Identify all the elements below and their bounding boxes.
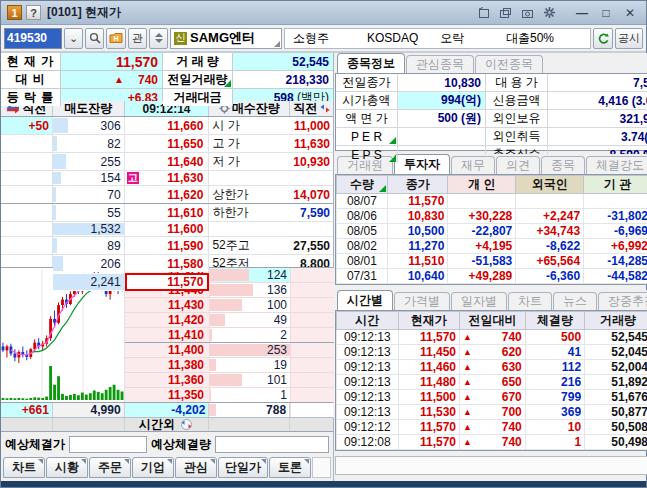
- time-header-1[interactable]: 현재가: [398, 312, 460, 330]
- ask-price-cell[interactable]: 11,660: [125, 117, 210, 134]
- refresh-icon[interactable]: [593, 28, 613, 49]
- time-row[interactable]: 09:12:1311,570▲74050052,545: [337, 330, 647, 345]
- ask-price-cell[interactable]: 11,590: [125, 237, 210, 254]
- time-row[interactable]: 09:12:1311,480▲65021651,892: [337, 375, 647, 390]
- folder-h-icon[interactable]: H: [106, 28, 126, 49]
- time-header-4[interactable]: 거래량: [585, 312, 647, 330]
- bid-row[interactable]: 11,430100: [125, 298, 334, 313]
- tab-time-4[interactable]: 뉴스: [553, 292, 597, 310]
- tab-investor-2[interactable]: 재무: [451, 156, 495, 174]
- tab-investor-4[interactable]: 종목: [541, 156, 585, 174]
- ask-price-cell[interactable]: 11,650: [125, 135, 210, 152]
- time-header-2[interactable]: 전일대비: [460, 312, 526, 330]
- bid-price-cell[interactable]: 11,420: [125, 313, 210, 327]
- time-row[interactable]: 09:12:0811,570▲740150,498: [337, 435, 647, 450]
- maximize-button[interactable]: □: [596, 4, 616, 21]
- expected-price-value[interactable]: [69, 436, 147, 453]
- bid-price-cell[interactable]: 11,430: [125, 298, 210, 312]
- bid-price-cell[interactable]: 11,410: [125, 328, 210, 342]
- bid-row[interactable]: 11,400253: [125, 343, 334, 358]
- ask-price-cell[interactable]: 11,570: [125, 273, 210, 291]
- minimize-button[interactable]: —: [572, 4, 592, 21]
- ask-price-cell[interactable]: 11,580: [125, 255, 210, 272]
- bottom-tab-기업[interactable]: 기업: [132, 457, 174, 478]
- time-row[interactable]: 09:12:1311,460▲63011252,004: [337, 360, 647, 375]
- duplicate-window-icon[interactable]: [496, 5, 514, 21]
- code-dropdown-button[interactable]: ⌄: [64, 28, 83, 49]
- bid-price-cell[interactable]: 11,350: [125, 388, 210, 402]
- tab-time-1[interactable]: 가격별: [394, 292, 450, 310]
- time-row[interactable]: 09:12:1311,530▲70036950,877: [337, 405, 647, 420]
- bid-row[interactable]: 11,42049: [125, 313, 334, 328]
- gwan-button[interactable]: 관: [128, 28, 147, 49]
- investor-header-4[interactable]: 기 관: [584, 176, 647, 194]
- time-row[interactable]: 09:12:1211,570▲7401050,508: [337, 420, 647, 435]
- ask-row[interactable]: 8911,59052주고27,550: [1, 237, 333, 255]
- investor-row[interactable]: 08/0610,830+30,228+2,247-31,802: [337, 209, 647, 224]
- ask-row[interactable]: 25511,640저 가10,930: [1, 153, 333, 171]
- tab-investor-1[interactable]: 투자자: [394, 154, 450, 174]
- tab-stock-info-2[interactable]: 이전종목: [475, 55, 543, 73]
- time-row[interactable]: 09:12:1311,500▲67079951,676: [337, 390, 647, 405]
- tab-time-2[interactable]: 일자별: [451, 292, 507, 310]
- stock-name-field[interactable]: 신 SAMG엔터: [170, 28, 282, 49]
- investor-row[interactable]: 08/0111,510-51,583+65,564-14,285: [337, 254, 647, 269]
- tab-time-5[interactable]: 장중추정: [598, 292, 647, 310]
- investor-close: 10,830: [387, 209, 447, 224]
- investor-header-0[interactable]: 수량: [337, 176, 388, 194]
- ask-row[interactable]: 5511,610하한가7,590: [1, 204, 333, 222]
- bid-row[interactable]: 11,360101: [125, 373, 334, 388]
- new-window-icon[interactable]: [474, 5, 492, 21]
- bid-row[interactable]: 11,3501: [125, 388, 334, 403]
- ask-price-cell[interactable]: 11,600: [125, 222, 210, 236]
- tab-investor-5[interactable]: 체결강도: [586, 156, 647, 174]
- tab-stock-info-1[interactable]: 관심종목: [406, 55, 474, 73]
- bid-row[interactable]: 11,4102: [125, 328, 334, 343]
- sort-updown-icon[interactable]: [149, 28, 168, 49]
- time-row[interactable]: 09:12:1311,450▲6204152,045: [337, 345, 647, 360]
- after-hours-swap-icon[interactable]: [179, 419, 194, 430]
- search-icon[interactable]: [85, 28, 104, 49]
- left-panel: 현 재 가 11,570 거 래 량 52,545 대 비 ▲740 전일거래량…: [1, 53, 334, 481]
- bottom-tab-토론[interactable]: 토론: [269, 457, 311, 478]
- disclosure-button[interactable]: 공시: [615, 28, 643, 49]
- bottom-tab-단일가[interactable]: 단일가: [218, 457, 268, 478]
- investor-row[interactable]: 08/0510,500-22,807+34,743-6,969: [337, 224, 647, 239]
- ask-row[interactable]: 1,53211,600: [1, 222, 333, 237]
- ask-price-cell[interactable]: 11,610: [125, 204, 210, 221]
- bottom-tab-관심[interactable]: 관심: [175, 457, 217, 478]
- ask-row[interactable]: 7011,620상한가14,070: [1, 186, 333, 204]
- ask-price-cell[interactable]: 11,620: [125, 186, 210, 203]
- close-button[interactable]: ✕: [620, 4, 640, 21]
- time-header-3[interactable]: 체결량: [525, 312, 584, 330]
- ask-row[interactable]: 8211,650고 가11,630: [1, 135, 333, 153]
- capture-icon[interactable]: [518, 5, 536, 21]
- ask-row[interactable]: +5030611,660시 가11,000: [1, 117, 333, 135]
- bottom-tab-시황[interactable]: 시황: [46, 457, 88, 478]
- settings-icon[interactable]: [540, 5, 558, 21]
- tab-time-3[interactable]: 차트: [508, 292, 552, 310]
- time-header-0[interactable]: 시간: [337, 312, 399, 330]
- investor-header-1[interactable]: 종가: [387, 176, 447, 194]
- ask-row[interactable]: 154고11,630: [1, 171, 333, 186]
- bid-row[interactable]: 11,38019: [125, 358, 334, 373]
- tab-time-0[interactable]: 시간별: [337, 290, 393, 310]
- help-icon[interactable]: ?: [26, 5, 41, 20]
- tab-stock-info-0[interactable]: 종목정보: [337, 53, 405, 73]
- stock-code-input[interactable]: [4, 28, 62, 49]
- bid-price-cell[interactable]: 11,400: [125, 343, 210, 357]
- ask-price-cell[interactable]: 11,640: [125, 153, 210, 170]
- bottom-tab-주문[interactable]: 주문: [89, 457, 131, 478]
- investor-header-2[interactable]: 개 인: [448, 176, 516, 194]
- tab-investor-3[interactable]: 의견: [496, 156, 540, 174]
- investor-row[interactable]: 08/0711,570: [337, 194, 647, 209]
- bottom-tab-차트[interactable]: 차트: [3, 457, 45, 478]
- bid-price-cell[interactable]: 11,360: [125, 373, 210, 387]
- investor-row[interactable]: 08/0211,270+4,195-8,622+6,992: [337, 239, 647, 254]
- investor-row[interactable]: 07/3110,640+49,289-6,360-44,582: [337, 269, 647, 284]
- ask-price-cell[interactable]: 고11,630: [125, 171, 210, 185]
- investor-header-3[interactable]: 외국인: [516, 176, 584, 194]
- bid-price-cell[interactable]: 11,380: [125, 358, 210, 372]
- swap-arrows-icon-2[interactable]: [320, 104, 330, 113]
- expected-qty-value[interactable]: [215, 436, 329, 453]
